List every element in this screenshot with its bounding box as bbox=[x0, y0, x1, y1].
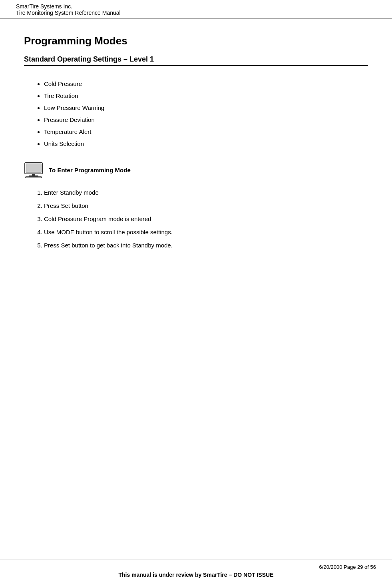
footer-date-page: 6/20/2000 Page 29 of 56 bbox=[16, 564, 376, 570]
svg-rect-1 bbox=[26, 164, 41, 172]
footer-disclaimer: This manual is under review by SmarTire … bbox=[16, 572, 376, 578]
list-item: Tire Rotation bbox=[44, 90, 368, 102]
list-item: Enter Standby mode bbox=[44, 186, 368, 199]
list-item: Pressure Deviation bbox=[44, 114, 368, 126]
feature-bullet-list: Cold Pressure Tire Rotation Low Pressure… bbox=[44, 78, 368, 150]
steps-numbered-list: Enter Standby mode Press Set button Cold… bbox=[44, 186, 368, 252]
computer-icon bbox=[24, 162, 43, 178]
list-item: Cold Pressure bbox=[44, 78, 368, 90]
list-item: Temperature Alert bbox=[44, 126, 368, 138]
section-heading: Standard Operating Settings – Level 1 bbox=[24, 55, 368, 66]
page-main-title: Programming Modes bbox=[24, 35, 368, 47]
manual-title: Tire Monitoring System Reference Manual bbox=[16, 10, 376, 16]
list-item: Press Set button bbox=[44, 199, 368, 212]
list-item: Units Selection bbox=[44, 138, 368, 150]
page-header: SmarTire Systems Inc. Tire Monitoring Sy… bbox=[0, 0, 392, 19]
company-name: SmarTire Systems Inc. bbox=[16, 3, 376, 10]
svg-rect-2 bbox=[32, 174, 35, 175]
main-content: Programming Modes Standard Operating Set… bbox=[0, 19, 392, 284]
enter-programming-section: To Enter Programming Mode bbox=[24, 162, 368, 178]
page-footer: 6/20/2000 Page 29 of 56 This manual is u… bbox=[0, 560, 392, 578]
list-item: Cold Pressure Program mode is entered bbox=[44, 212, 368, 225]
svg-rect-4 bbox=[26, 177, 42, 178]
list-item: Press Set button to get back into Standb… bbox=[44, 239, 368, 252]
enter-programming-label: To Enter Programming Mode bbox=[49, 167, 131, 173]
list-item: Low Pressure Warning bbox=[44, 102, 368, 114]
list-item: Use MODE button to scroll the possible s… bbox=[44, 225, 368, 239]
